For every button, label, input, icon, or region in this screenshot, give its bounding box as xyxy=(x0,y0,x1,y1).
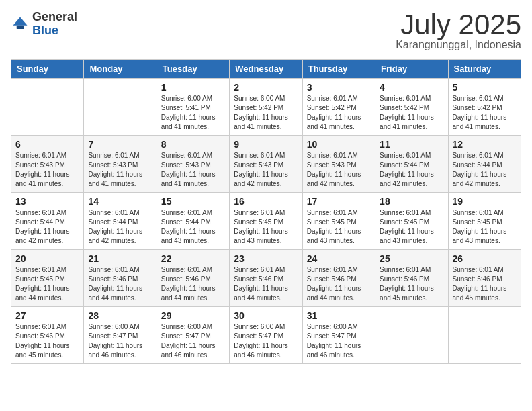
day-info: Sunrise: 6:01 AMSunset: 5:43 PMDaylight:… xyxy=(88,151,152,189)
day-info: Sunrise: 6:01 AMSunset: 5:43 PMDaylight:… xyxy=(234,151,298,189)
day-info: Sunrise: 6:01 AMSunset: 5:45 PMDaylight:… xyxy=(234,208,298,246)
day-number: 4 xyxy=(380,82,443,93)
calendar-week-row: 13Sunrise: 6:01 AMSunset: 5:44 PMDayligh… xyxy=(11,193,521,250)
day-number: 26 xyxy=(453,253,517,264)
calendar-week-row: 6Sunrise: 6:01 AMSunset: 5:43 PMDaylight… xyxy=(11,136,521,193)
weekday-header: Monday xyxy=(84,60,157,79)
day-info: Sunrise: 6:01 AMSunset: 5:43 PMDaylight:… xyxy=(161,151,225,189)
day-number: 16 xyxy=(234,196,298,207)
title-area: July 2025 Karangnunggal, Indonesia xyxy=(396,11,521,51)
calendar-cell: 22Sunrise: 6:01 AMSunset: 5:46 PMDayligh… xyxy=(157,250,229,307)
day-info: Sunrise: 6:01 AMSunset: 5:46 PMDaylight:… xyxy=(453,265,517,303)
day-info: Sunrise: 6:01 AMSunset: 5:46 PMDaylight:… xyxy=(234,265,298,303)
weekday-header: Wednesday xyxy=(230,60,302,79)
day-info: Sunrise: 6:01 AMSunset: 5:43 PMDaylight:… xyxy=(307,151,371,189)
day-number: 12 xyxy=(453,139,517,150)
calendar-table: SundayMondayTuesdayWednesdayThursdayFrid… xyxy=(11,59,521,364)
calendar-cell: 14Sunrise: 6:01 AMSunset: 5:44 PMDayligh… xyxy=(84,193,157,250)
calendar-cell: 24Sunrise: 6:01 AMSunset: 5:46 PMDayligh… xyxy=(302,250,375,307)
calendar-cell: 26Sunrise: 6:01 AMSunset: 5:46 PMDayligh… xyxy=(448,250,521,307)
day-number: 14 xyxy=(88,196,152,207)
day-number: 1 xyxy=(161,82,225,93)
day-number: 17 xyxy=(307,196,371,207)
day-info: Sunrise: 6:00 AMSunset: 5:41 PMDaylight:… xyxy=(161,94,225,132)
day-info: Sunrise: 6:00 AMSunset: 5:42 PMDaylight:… xyxy=(234,94,298,132)
day-number: 15 xyxy=(161,196,225,207)
calendar-cell: 28Sunrise: 6:00 AMSunset: 5:47 PMDayligh… xyxy=(84,307,157,364)
calendar-cell: 3Sunrise: 6:01 AMSunset: 5:42 PMDaylight… xyxy=(302,79,375,136)
day-number: 9 xyxy=(234,139,298,150)
calendar-cell: 27Sunrise: 6:01 AMSunset: 5:46 PMDayligh… xyxy=(11,307,84,364)
day-info: Sunrise: 6:01 AMSunset: 5:45 PMDaylight:… xyxy=(307,208,371,246)
day-number: 5 xyxy=(453,82,517,93)
day-info: Sunrise: 6:00 AMSunset: 5:47 PMDaylight:… xyxy=(88,322,152,360)
weekday-header: Thursday xyxy=(302,60,375,79)
day-number: 27 xyxy=(15,310,79,321)
day-number: 10 xyxy=(307,139,371,150)
day-number: 22 xyxy=(161,253,225,264)
day-number: 13 xyxy=(15,196,79,207)
calendar-cell: 13Sunrise: 6:01 AMSunset: 5:44 PMDayligh… xyxy=(11,193,84,250)
logo: General Blue xyxy=(11,11,77,38)
day-info: Sunrise: 6:01 AMSunset: 5:44 PMDaylight:… xyxy=(161,208,225,246)
calendar-week-row: 20Sunrise: 6:01 AMSunset: 5:45 PMDayligh… xyxy=(11,250,521,307)
calendar-cell: 16Sunrise: 6:01 AMSunset: 5:45 PMDayligh… xyxy=(230,193,302,250)
day-number: 6 xyxy=(15,139,79,150)
calendar-cell: 11Sunrise: 6:01 AMSunset: 5:44 PMDayligh… xyxy=(375,136,448,193)
calendar-cell: 2Sunrise: 6:00 AMSunset: 5:42 PMDaylight… xyxy=(230,79,302,136)
calendar-cell: 23Sunrise: 6:01 AMSunset: 5:46 PMDayligh… xyxy=(230,250,302,307)
weekday-header: Sunday xyxy=(11,60,84,79)
day-info: Sunrise: 6:01 AMSunset: 5:42 PMDaylight:… xyxy=(307,94,371,132)
day-info: Sunrise: 6:01 AMSunset: 5:46 PMDaylight:… xyxy=(15,322,79,360)
calendar-cell: 5Sunrise: 6:01 AMSunset: 5:42 PMDaylight… xyxy=(448,79,521,136)
day-info: Sunrise: 6:01 AMSunset: 5:46 PMDaylight:… xyxy=(307,265,371,303)
calendar-cell: 10Sunrise: 6:01 AMSunset: 5:43 PMDayligh… xyxy=(302,136,375,193)
day-number: 20 xyxy=(15,253,79,264)
logo-general: General xyxy=(32,11,77,24)
day-info: Sunrise: 6:01 AMSunset: 5:44 PMDaylight:… xyxy=(15,208,79,246)
calendar-cell: 15Sunrise: 6:01 AMSunset: 5:44 PMDayligh… xyxy=(157,193,229,250)
logo-icon xyxy=(11,15,30,34)
day-number: 30 xyxy=(234,310,298,321)
calendar-week-row: 1Sunrise: 6:00 AMSunset: 5:41 PMDaylight… xyxy=(11,79,521,136)
calendar-cell: 1Sunrise: 6:00 AMSunset: 5:41 PMDaylight… xyxy=(157,79,229,136)
day-number: 31 xyxy=(307,310,371,321)
day-number: 23 xyxy=(234,253,298,264)
day-info: Sunrise: 6:01 AMSunset: 5:42 PMDaylight:… xyxy=(380,94,443,132)
day-info: Sunrise: 6:01 AMSunset: 5:45 PMDaylight:… xyxy=(453,208,517,246)
calendar-cell: 30Sunrise: 6:00 AMSunset: 5:47 PMDayligh… xyxy=(230,307,302,364)
calendar-cell: 25Sunrise: 6:01 AMSunset: 5:46 PMDayligh… xyxy=(375,250,448,307)
location-subtitle: Karangnunggal, Indonesia xyxy=(396,39,521,51)
day-number: 3 xyxy=(307,82,371,93)
calendar-cell xyxy=(375,307,448,364)
calendar-cell: 6Sunrise: 6:01 AMSunset: 5:43 PMDaylight… xyxy=(11,136,84,193)
calendar-cell: 18Sunrise: 6:01 AMSunset: 5:45 PMDayligh… xyxy=(375,193,448,250)
logo-blue: Blue xyxy=(32,24,77,38)
day-number: 18 xyxy=(380,196,443,207)
day-info: Sunrise: 6:00 AMSunset: 5:47 PMDaylight:… xyxy=(161,322,225,360)
day-info: Sunrise: 6:00 AMSunset: 5:47 PMDaylight:… xyxy=(307,322,371,360)
header: General Blue July 2025 Karangnunggal, In… xyxy=(11,11,521,51)
day-number: 7 xyxy=(88,139,152,150)
calendar-cell xyxy=(11,79,84,136)
day-info: Sunrise: 6:01 AMSunset: 5:46 PMDaylight:… xyxy=(380,265,443,303)
calendar-cell: 17Sunrise: 6:01 AMSunset: 5:45 PMDayligh… xyxy=(302,193,375,250)
day-info: Sunrise: 6:01 AMSunset: 5:45 PMDaylight:… xyxy=(380,208,443,246)
calendar-header-row: SundayMondayTuesdayWednesdayThursdayFrid… xyxy=(11,60,521,79)
day-info: Sunrise: 6:01 AMSunset: 5:45 PMDaylight:… xyxy=(15,265,79,303)
day-number: 25 xyxy=(380,253,443,264)
calendar-cell: 9Sunrise: 6:01 AMSunset: 5:43 PMDaylight… xyxy=(230,136,302,193)
calendar-cell: 20Sunrise: 6:01 AMSunset: 5:45 PMDayligh… xyxy=(11,250,84,307)
day-info: Sunrise: 6:01 AMSunset: 5:46 PMDaylight:… xyxy=(88,265,152,303)
day-info: Sunrise: 6:00 AMSunset: 5:47 PMDaylight:… xyxy=(234,322,298,360)
day-number: 2 xyxy=(234,82,298,93)
svg-rect-1 xyxy=(17,26,24,29)
day-number: 24 xyxy=(307,253,371,264)
weekday-header: Saturday xyxy=(448,60,521,79)
day-info: Sunrise: 6:01 AMSunset: 5:44 PMDaylight:… xyxy=(88,208,152,246)
weekday-header: Tuesday xyxy=(157,60,229,79)
logo-text: General Blue xyxy=(32,11,77,38)
svg-marker-0 xyxy=(13,17,28,25)
weekday-header: Friday xyxy=(375,60,448,79)
day-info: Sunrise: 6:01 AMSunset: 5:44 PMDaylight:… xyxy=(380,151,443,189)
